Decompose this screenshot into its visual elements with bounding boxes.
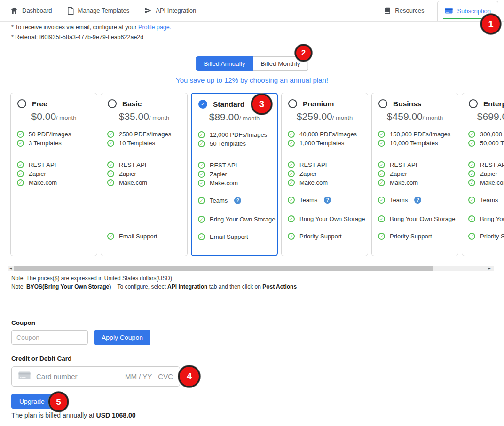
plan-radio[interactable] bbox=[469, 99, 478, 108]
feature-label: 50,000 Templates bbox=[480, 140, 504, 147]
nav-item-manage-templates[interactable]: Manage Templates bbox=[67, 7, 130, 15]
billed-annually-button[interactable]: Billed Annually bbox=[196, 56, 253, 71]
check-icon: ✓ bbox=[378, 140, 385, 147]
feature-item: ✓Make.com bbox=[468, 178, 504, 187]
plan-radio[interactable] bbox=[17, 99, 26, 108]
plan-card[interactable]: Enterprise $699.00/ month ✓300,000 PDFs/… bbox=[462, 93, 504, 256]
plan-price: $259.00/ month bbox=[282, 111, 368, 122]
plan-card[interactable]: Free $0.00/ month ✓50 PDF/Images✓3 Templ… bbox=[10, 93, 97, 256]
feature-item: ✓Zapier bbox=[378, 169, 457, 178]
card-number-input[interactable]: Card number MM / YY CVC bbox=[11, 366, 180, 387]
feature-item: ✓REST API bbox=[198, 161, 276, 170]
feature-item: ✓50 Templates bbox=[198, 139, 276, 148]
check-icon: ✓ bbox=[198, 197, 205, 204]
feature-item: ✓Zapier bbox=[288, 169, 367, 178]
coupon-label: Coupon bbox=[11, 319, 35, 326]
coupon-input[interactable] bbox=[11, 330, 88, 345]
check-icon: ✓ bbox=[198, 162, 205, 169]
plan-support-feature: ✓Email Support bbox=[198, 232, 276, 241]
feature-item: ✓Make.com bbox=[288, 178, 367, 187]
feature-label: Zapier bbox=[480, 170, 497, 177]
plan-radio[interactable] bbox=[288, 99, 297, 108]
scroll-left-arrow-icon[interactable]: ◀ bbox=[8, 266, 14, 271]
paper-plane-icon bbox=[144, 7, 151, 14]
annotation-badge-4: 4 bbox=[178, 365, 200, 387]
feature-item: ✓Make.com bbox=[198, 179, 276, 188]
feature-item: ✓REST API bbox=[378, 160, 457, 169]
check-icon: ✓ bbox=[378, 197, 385, 204]
check-icon: ✓ bbox=[288, 131, 295, 138]
plan-card[interactable]: Premium $259.00/ month ✓40,000 PDFs/Imag… bbox=[281, 93, 368, 256]
feature-item: ✓Teams? bbox=[378, 196, 457, 205]
scrollbar-thumb[interactable] bbox=[14, 266, 433, 271]
apply-coupon-button[interactable]: Apply Coupon bbox=[94, 330, 150, 345]
profile-page-link[interactable]: Profile page. bbox=[138, 24, 171, 31]
feature-item: ✓Zapier bbox=[107, 169, 186, 178]
check-icon: ✓ bbox=[107, 170, 114, 177]
help-icon[interactable]: ? bbox=[234, 197, 241, 204]
feature-item: ✓Teams? bbox=[288, 196, 367, 205]
plan-radio[interactable] bbox=[378, 99, 387, 108]
feature-label: Bring Your Own Storage bbox=[210, 216, 275, 223]
upgrade-button[interactable]: Upgrade bbox=[11, 394, 53, 409]
feature-item: ✓Priority Support bbox=[378, 232, 457, 241]
feature-label: Bring Your Own Storage bbox=[299, 215, 365, 222]
plan-header: Free bbox=[11, 93, 97, 108]
plan-radio[interactable]: ✓ bbox=[198, 100, 207, 109]
plan-storage-feature: ✓Bring Your Own Storage bbox=[468, 214, 504, 223]
horizontal-scrollbar[interactable]: ◀ ▶ bbox=[8, 266, 494, 271]
feature-label: 40,000 PDFs/Images bbox=[299, 131, 357, 138]
home-icon bbox=[10, 7, 18, 14]
check-icon: ✓ bbox=[468, 170, 475, 177]
nav-item-api-integration[interactable]: API Integration bbox=[144, 7, 196, 14]
nav-label-dashboard: Dashboard bbox=[22, 7, 52, 14]
plan-price: $459.00/ month bbox=[372, 111, 458, 122]
feature-item: ✓12,000 PDFs/Images bbox=[198, 130, 276, 139]
referral-note: * Referral: f60f935f-58a3-477b-9e79-ffea… bbox=[11, 34, 143, 40]
check-icon: ✓ bbox=[288, 233, 295, 240]
feature-item: ✓2500 PDFs/Images bbox=[107, 130, 186, 139]
feature-item: ✓Zapier bbox=[198, 170, 276, 179]
plan-integration-features: ✓REST API✓Zapier✓Make.com bbox=[17, 160, 96, 187]
check-icon: ✓ bbox=[288, 215, 295, 222]
feature-label: 2500 PDFs/Images bbox=[119, 131, 171, 138]
check-icon: ✓ bbox=[378, 233, 385, 240]
card-icon bbox=[18, 371, 31, 381]
feature-label: Make.com bbox=[299, 179, 328, 186]
savings-message: You save up to 12% by choosing an annual… bbox=[0, 76, 504, 84]
feature-label: 50 PDF/Images bbox=[29, 131, 71, 138]
help-icon[interactable]: ? bbox=[324, 197, 331, 204]
feature-label: 1,000 Templates bbox=[299, 140, 344, 147]
plan-radio[interactable] bbox=[108, 99, 117, 108]
plan-price: $699.00/ month bbox=[462, 111, 504, 122]
feature-item: ✓Zapier bbox=[17, 169, 96, 178]
feature-label: Teams bbox=[480, 197, 498, 204]
feature-label: Priority Support bbox=[299, 233, 342, 240]
plan-card[interactable]: ✓ Standard $89.00/ month ✓12,000 PDFs/Im… bbox=[191, 93, 278, 256]
feature-item: ✓300,000 PDFs/Images bbox=[468, 130, 504, 139]
check-icon: ✓ bbox=[378, 179, 385, 186]
plan-quota-features: ✓12,000 PDFs/Images✓50 Templates bbox=[198, 130, 276, 148]
plan-card[interactable]: Businss $459.00/ month ✓150,000 PDFs/Ima… bbox=[371, 93, 458, 256]
check-icon: ✓ bbox=[468, 233, 475, 240]
feature-item: ✓Priority Support bbox=[468, 232, 504, 241]
check-icon: ✓ bbox=[107, 233, 114, 240]
check-icon: ✓ bbox=[288, 161, 295, 168]
check-icon: ✓ bbox=[17, 140, 24, 147]
plan-card[interactable]: Basic $35.00/ month ✓2500 PDFs/Images✓10… bbox=[101, 93, 188, 256]
scroll-right-arrow-icon[interactable]: ▶ bbox=[486, 266, 493, 271]
book-icon bbox=[384, 7, 391, 14]
plans-row: Free $0.00/ month ✓50 PDF/Images✓3 Templ… bbox=[10, 93, 504, 256]
check-icon: ✓ bbox=[468, 197, 475, 204]
plan-header: Basic bbox=[101, 93, 187, 108]
feature-item: ✓10,000 Templates bbox=[378, 139, 457, 148]
feature-label: Make.com bbox=[210, 180, 238, 187]
nav-item-dashboard[interactable]: Dashboard bbox=[10, 7, 52, 14]
help-icon[interactable]: ? bbox=[414, 197, 421, 204]
check-icon: ✓ bbox=[198, 171, 205, 178]
nav-label-manage-templates: Manage Templates bbox=[78, 7, 130, 14]
feature-item: ✓Teams? bbox=[198, 196, 276, 205]
feature-label: 3 Templates bbox=[29, 140, 62, 147]
plan-header: Enterprise bbox=[462, 93, 504, 108]
nav-item-resources[interactable]: Resources bbox=[384, 7, 424, 14]
